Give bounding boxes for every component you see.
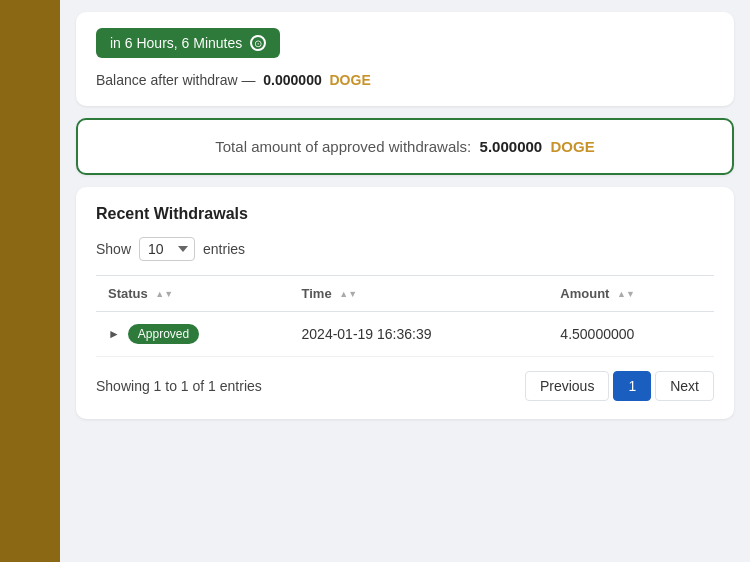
entries-label: entries: [203, 241, 245, 257]
balance-line: Balance after withdraw — 0.000000 DOGE: [96, 72, 714, 88]
balance-prefix: Balance after withdraw —: [96, 72, 256, 88]
previous-button[interactable]: Previous: [525, 371, 609, 401]
timer-button[interactable]: in 6 Hours, 6 Minutes ⊙: [96, 28, 280, 58]
showing-text: Showing 1 to 1 of 1 entries: [96, 378, 262, 394]
clock-icon: ⊙: [250, 35, 266, 51]
sidebar: [0, 0, 60, 562]
withdrawals-card: Recent Withdrawals Show 10 25 50 100 ent…: [76, 187, 734, 419]
row-status-cell: ► Approved: [96, 312, 290, 357]
approved-card: Total amount of approved withdrawals: 5.…: [76, 118, 734, 175]
balance-value: 0.000000: [263, 72, 321, 88]
page-1-button[interactable]: 1: [613, 371, 651, 401]
sort-time-icon: ▲▼: [339, 290, 357, 299]
approved-value: 5.000000: [480, 138, 543, 155]
withdrawals-title: Recent Withdrawals: [96, 205, 714, 223]
balance-card: in 6 Hours, 6 Minutes ⊙ Balance after wi…: [76, 12, 734, 106]
table-header-row: Status ▲▼ Time ▲▼ Amount ▲▼: [96, 276, 714, 312]
timer-label: in 6 Hours, 6 Minutes: [110, 35, 242, 51]
main-content: in 6 Hours, 6 Minutes ⊙ Balance after wi…: [60, 0, 750, 562]
table-row: ► Approved 2024-01-19 16:36:39 4.5000000…: [96, 312, 714, 357]
row-time-cell: 2024-01-19 16:36:39: [290, 312, 549, 357]
balance-currency: DOGE: [330, 72, 371, 88]
col-status: Status ▲▼: [96, 276, 290, 312]
approved-currency: DOGE: [551, 138, 595, 155]
status-badge: Approved: [128, 324, 199, 344]
pagination-row: Showing 1 to 1 of 1 entries Previous 1 N…: [96, 371, 714, 401]
entries-select[interactable]: 10 25 50 100: [139, 237, 195, 261]
approved-prefix: Total amount of approved withdrawals:: [215, 138, 471, 155]
show-entries-row: Show 10 25 50 100 entries: [96, 237, 714, 261]
row-amount-cell: 4.50000000: [548, 312, 714, 357]
col-amount: Amount ▲▼: [548, 276, 714, 312]
sort-amount-icon: ▲▼: [617, 290, 635, 299]
withdrawals-table: Status ▲▼ Time ▲▼ Amount ▲▼ ► Ap: [96, 275, 714, 357]
pagination-controls: Previous 1 Next: [525, 371, 714, 401]
expand-icon: ►: [108, 327, 120, 341]
col-time: Time ▲▼: [290, 276, 549, 312]
next-button[interactable]: Next: [655, 371, 714, 401]
show-label: Show: [96, 241, 131, 257]
sort-status-icon: ▲▼: [155, 290, 173, 299]
